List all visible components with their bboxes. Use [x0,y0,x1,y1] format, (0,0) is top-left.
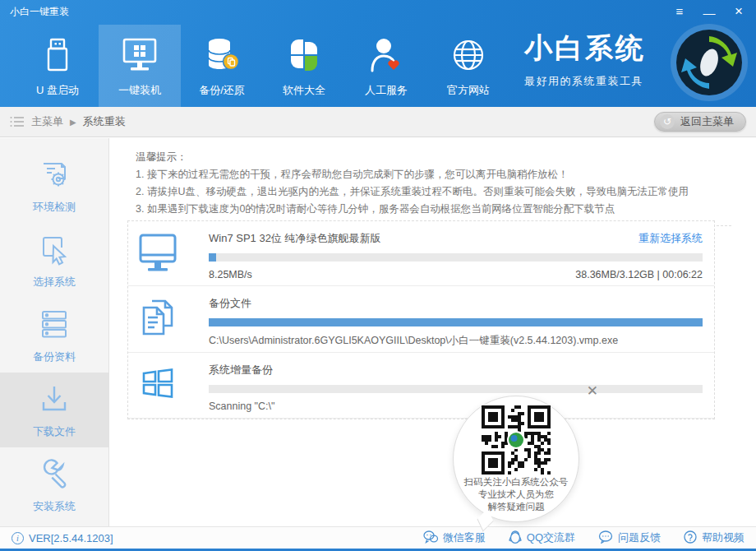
sidebar-item-select-system[interactable]: 选择系统 [0,223,108,298]
database-icon [203,35,241,76]
breadcrumb-bar: 主菜单 ▶ 系统重装 ↺ 返回主菜单 [0,107,756,137]
backup-data-icon [37,307,71,344]
person-heart-icon [368,35,404,76]
nav-item-label: 备份/还原 [199,83,245,98]
breadcrumb-separator-icon: ▶ [70,118,76,127]
footer-link-label: QQ交流群 [527,530,575,545]
nav-item-label: 人工服务 [365,83,408,98]
qr-text-line: 专业技术人员为您 [454,488,579,501]
usb-icon [41,35,74,76]
qr-text-line: 扫码关注小白系统公众号 [454,476,579,488]
info-icon: i [12,532,24,544]
close-button[interactable]: × [731,4,746,19]
feedback-bubble-icon [598,530,613,546]
download-stats: 38.36MB/3.12GB | 00:06:22 [575,269,703,280]
header: 小白一键重装 ≡ — × U 盘启动 [0,0,756,107]
tip-line: 2. 请拔掉U盘、移动硬盘，退出光驱内的光盘，并保证系统重装过程不断电。否则重装… [136,183,731,201]
sidebar-item-env-check[interactable]: 环境检测 [0,148,108,223]
nav-item-one-click-install[interactable]: 一键装机 [99,25,181,107]
tip-line: 1. 接下来的过程无需您的干预，程序会帮助您自动完成剩下的步骤，您可以离开电脑稍… [136,166,731,183]
back-to-menu-button[interactable]: ↺ 返回主菜单 [654,112,746,132]
main-content: 温馨提示： 1. 接下来的过程无需您的干预，程序会帮助您自动完成剩下的步骤，您可… [110,138,756,526]
backup-progress-bar [209,318,703,326]
nav-item-label: U 盘启动 [36,83,79,98]
system-title: Win7 SP1 32位 纯净绿色旗舰最新版 [209,231,381,246]
brand-name: 小白系统 [524,30,646,67]
tips-title: 温馨提示： [136,149,731,166]
select-system-icon [37,232,71,269]
footer-link-label: 微信客服 [443,530,486,545]
version-text: VER[2.5.44.1203] [29,532,113,544]
minimize-button[interactable]: — [702,6,717,21]
sidebar: 环境检测 选择系统 备份资料 [0,138,109,526]
backup-title: 备份文件 [209,296,251,311]
download-row: Win7 SP1 32位 纯净绿色旗舰最新版 重新选择系统 8.25MB/s 3… [128,221,714,286]
download-file-icon [37,382,71,419]
nav-item-backup-restore[interactable]: 备份/还原 [181,25,263,107]
footer-link-label: 问题反馈 [618,530,661,545]
globe-icon [449,35,487,76]
sidebar-item-label: 下载文件 [33,424,76,439]
progress-panel: Win7 SP1 32位 纯净绿色旗舰最新版 重新选择系统 8.25MB/s 3… [127,220,715,419]
nav-item-official-website[interactable]: 官方网站 [427,25,509,107]
sidebar-item-label: 选择系统 [33,275,76,289]
reselect-system-link[interactable]: 重新选择系统 [638,231,703,246]
nav-item-software-center[interactable]: 软件大全 [263,25,345,107]
breadcrumb-root[interactable]: 主菜单 [31,114,63,129]
system-backup-progress-bar [209,385,703,393]
env-check-icon [37,157,71,194]
sidebar-item-label: 环境检测 [33,200,76,215]
back-button-label: 返回主菜单 [680,114,734,129]
breadcrumb-current: 系统重装 [83,114,126,129]
sidebar-item-label: 备份资料 [33,350,76,364]
footer-link-feedback[interactable]: 问题反馈 [598,530,661,546]
sidebar-item-download-file[interactable]: 下载文件 [0,373,108,447]
tip-line: 3. 如果遇到下载速度为0的情况时请耐心等待几分钟，服务器会自动根据您当前网络位… [136,201,731,218]
top-nav: U 盘启动 一键装机 [16,25,509,107]
wechat-icon [423,530,438,546]
footer-link-label: 帮助视频 [702,530,744,545]
app-window: 小白一键重装 ≡ — × U 盘启动 [0,0,756,551]
download-speed: 8.25MB/s [209,269,252,280]
version-block: i VER[2.5.44.1203] [12,532,113,544]
install-system-icon [37,456,71,493]
footer: i VER[2.5.44.1203] 微信客服 [0,526,756,551]
sidebar-item-install-system[interactable]: 安装系统 [0,447,108,522]
qr-text-line: 解答疑难问题 [454,501,579,513]
back-arrow-icon: ↺ [660,114,675,129]
documents-icon [137,295,178,340]
qr-bubble: 扫码关注小白系统公众号 专业技术人员为您 解答疑难问题 [453,396,579,522]
nav-item-label: 一键装机 [118,83,161,98]
system-backup-title: 系统增量备份 [209,363,273,377]
menu-button[interactable]: ≡ [672,4,687,19]
qq-icon [509,530,522,546]
help-question-icon [684,530,697,546]
apps-clover-icon [286,35,322,76]
monitor-outline-icon [137,230,178,275]
backup-file-row: 备份文件 C:\Users\Administrator.6GYGLI5KAOYG… [128,286,714,353]
footer-link-help[interactable]: 帮助视频 [684,530,744,546]
app-logo-icon [667,21,751,104]
qr-code [454,405,579,475]
system-backup-row: 系统增量备份 Scanning "C:\" [128,353,714,419]
windows-logo-icon [137,362,178,406]
download-progress-fill [209,253,216,262]
backup-path: C:\Users\Administrator.6GYGLI5KAOYGIIL\D… [209,334,703,348]
nav-item-manual-service[interactable]: 人工服务 [345,25,427,107]
list-icon [10,116,25,127]
sidebar-item-backup-data[interactable]: 备份资料 [0,298,108,373]
monitor-icon [120,35,159,76]
window-title: 小白一键重装 [10,5,69,19]
nav-item-usb-boot[interactable]: U 盘启动 [16,25,99,107]
tips-block: 温馨提示： 1. 接下来的过程无需您的干预，程序会帮助您自动完成剩下的步骤，您可… [136,149,731,226]
nav-item-label: 官方网站 [447,83,490,98]
brand-block: 小白系统 最好用的系统重装工具 [524,30,646,89]
title-bar: 小白一键重装 ≡ — × [0,0,756,23]
nav-item-label: 软件大全 [283,83,325,98]
footer-link-qq[interactable]: QQ交流群 [509,530,575,546]
footer-link-wechat[interactable]: 微信客服 [423,530,486,546]
download-progress-bar [209,253,703,262]
brand-slogan: 最好用的系统重装工具 [524,74,646,89]
backup-progress-fill [209,318,703,326]
qr-close-icon[interactable]: ✕ [587,384,598,398]
